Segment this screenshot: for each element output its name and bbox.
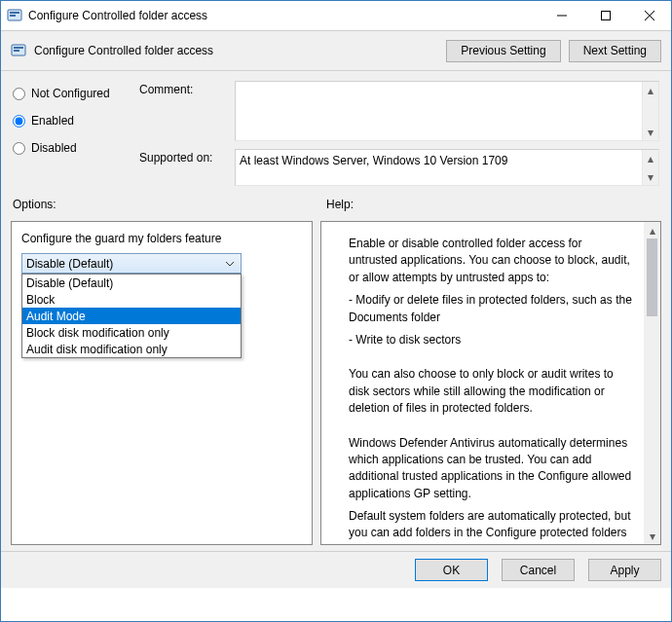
svg-rect-9 (14, 50, 19, 52)
supported-scrollbar[interactable]: ▴ ▾ (642, 150, 658, 185)
help-scrollbar[interactable]: ▴ ▾ (644, 222, 660, 544)
dropdown-item[interactable]: Block disk modification only (22, 324, 241, 341)
comment-scrollbar[interactable]: ▴ ▾ (642, 82, 658, 140)
titlebar: Configure Controlled folder access (1, 1, 671, 30)
cancel-button[interactable]: Cancel (502, 559, 575, 581)
radio-disabled[interactable]: Disabled (13, 141, 139, 155)
upper-panel: Not Configured Enabled Disabled Comment:… (1, 71, 671, 194)
dropdown-item[interactable]: Block (22, 291, 241, 308)
previous-setting-button[interactable]: Previous Setting (446, 40, 560, 62)
scrollbar-track[interactable] (644, 316, 660, 528)
scroll-up-icon[interactable]: ▴ (643, 82, 658, 98)
state-radio-group: Not Configured Enabled Disabled (13, 81, 139, 186)
comment-label: Comment: (139, 81, 227, 141)
radio-disabled-label: Disabled (31, 141, 77, 155)
help-p: - Modify or delete files in protected fo… (339, 292, 632, 326)
maximize-button[interactable] (583, 1, 627, 30)
scrollbar-thumb[interactable] (647, 238, 657, 316)
options-section-label: Options: (13, 198, 326, 211)
section-labels: Options: Help: (1, 194, 671, 215)
help-text: Enable or disable controlled folder acce… (321, 222, 644, 544)
help-p: Default system folders are automatically… (339, 508, 632, 544)
help-panel: Enable or disable controlled folder acce… (320, 221, 661, 545)
svg-rect-8 (14, 47, 23, 49)
ok-button[interactable]: OK (415, 559, 488, 581)
radio-not-configured-label: Not Configured (31, 87, 110, 100)
dropdown-item[interactable]: Audit disk modification only (22, 341, 241, 357)
radio-enabled[interactable]: Enabled (13, 114, 139, 128)
apply-button[interactable]: Apply (588, 559, 661, 581)
help-section-label: Help: (326, 198, 354, 211)
svg-rect-1 (10, 12, 19, 14)
supported-textarea (236, 150, 642, 185)
guard-mode-selected-value: Disable (Default) (26, 257, 113, 271)
radio-not-configured[interactable]: Not Configured (13, 87, 139, 100)
help-p: Enable or disable controlled folder acce… (339, 236, 632, 286)
toolbar-heading: Configure Controlled folder access (34, 44, 213, 57)
close-button[interactable] (627, 1, 671, 30)
comment-wrap: ▴ ▾ (235, 81, 659, 141)
scroll-down-icon[interactable]: ▾ (643, 124, 658, 140)
footer: OK Cancel Apply (1, 551, 671, 588)
next-setting-button[interactable]: Next Setting (569, 40, 661, 62)
svg-rect-2 (10, 15, 16, 17)
guard-mode-select-box[interactable]: Disable (Default) (21, 253, 242, 274)
supported-label: Supported on: (139, 149, 227, 186)
lower-panel: Configure the guard my folders feature D… (1, 215, 671, 551)
help-p: You can also choose to only block or aud… (339, 366, 632, 417)
help-p: - Write to disk sectors (339, 332, 632, 348)
radio-not-configured-input[interactable] (13, 88, 25, 100)
guard-mode-select[interactable]: Disable (Default) Disable (Default) Bloc… (21, 253, 242, 274)
comment-textarea[interactable] (236, 82, 642, 140)
guard-mode-dropdown[interactable]: Disable (Default) Block Audit Mode Block… (21, 274, 242, 358)
supported-wrap: ▴ ▾ (235, 149, 659, 186)
policy-icon (11, 43, 26, 58)
options-panel: Configure the guard my folders feature D… (11, 221, 313, 545)
options-caption: Configure the guard my folders feature (21, 232, 302, 245)
svg-rect-4 (601, 12, 610, 20)
minimize-button[interactable] (540, 1, 583, 30)
chevron-down-icon (223, 260, 237, 268)
dropdown-item[interactable]: Disable (Default) (22, 274, 241, 291)
scroll-up-icon[interactable]: ▴ (643, 150, 658, 166)
app-icon (7, 8, 22, 23)
scroll-down-icon[interactable]: ▾ (643, 168, 658, 185)
toolbar: Configure Controlled folder access Previ… (1, 30, 671, 71)
scroll-up-icon[interactable]: ▴ (644, 222, 660, 238)
dropdown-item[interactable]: Audit Mode (22, 308, 241, 324)
scroll-down-icon[interactable]: ▾ (644, 528, 660, 544)
radio-disabled-input[interactable] (13, 142, 25, 155)
help-p: Windows Defender Antivirus automatically… (339, 435, 632, 503)
radio-enabled-input[interactable] (13, 115, 25, 128)
radio-enabled-label: Enabled (31, 114, 74, 128)
window-title: Configure Controlled folder access (28, 9, 540, 22)
